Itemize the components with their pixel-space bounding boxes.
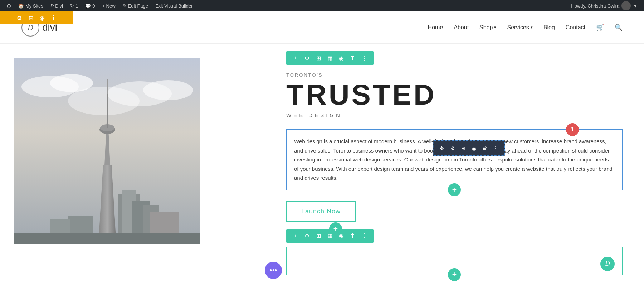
city-image <box>14 58 200 244</box>
module-add-button[interactable]: + <box>291 54 300 62</box>
exit-vb-label: Exit Visual Builder <box>155 3 193 9</box>
comments-icon: 💬 <box>85 3 91 9</box>
module-toggle-button[interactable]: ◉ <box>337 54 346 62</box>
section-delete-button[interactable]: 🗑 <box>49 14 58 22</box>
text-module-add-below[interactable]: + <box>448 183 461 196</box>
admin-bar-right: Howdy, Christina Gwira ▼ <box>571 1 641 10</box>
text-module: 1 Web design is a crucial aspect of mode… <box>286 129 623 190</box>
edit-icon: ✎ <box>123 3 127 9</box>
section-toggle-button[interactable]: ◉ <box>38 14 47 22</box>
hero-sub-heading: WEB DESIGN <box>286 112 623 118</box>
nav-services-label: Services <box>507 24 529 31</box>
hero-sub-label: TORONTO'S <box>286 72 623 78</box>
search-icon[interactable]: 🔍 <box>615 24 623 32</box>
svg-point-5 <box>68 87 140 115</box>
my-sites-menu[interactable]: 🏠 My Sites <box>15 0 47 11</box>
city-skyline-svg <box>14 58 200 244</box>
element-toolbar: ✥ ⚙ ⊞ ◉ 🗑 ⋮ <box>433 140 505 156</box>
nav-item-services[interactable]: Services ▾ <box>507 24 532 31</box>
bottom-more-button[interactable]: ⋮ <box>360 232 369 240</box>
cart-icon[interactable]: 🛒 <box>596 24 604 32</box>
shop-dropdown-arrow: ▾ <box>494 25 496 30</box>
divi-label: Divi <box>55 3 63 9</box>
nav-home-label: Home <box>428 24 443 31</box>
exit-vb-button[interactable]: Exit Visual Builder <box>152 0 196 11</box>
nav-item-blog[interactable]: Blog <box>543 24 555 31</box>
bottom-duplicate-button[interactable]: ⊞ <box>314 232 323 240</box>
my-sites-label: My Sites <box>25 3 43 9</box>
module-layout-button[interactable]: ▦ <box>326 54 334 62</box>
module-toolbar-top: + ⚙ ⊞ ▦ ◉ 🗑 ⋮ <box>286 51 374 65</box>
nav-about-label: About <box>454 24 469 31</box>
svg-rect-19 <box>14 233 200 244</box>
edit-page-button[interactable]: ✎ Edit Page <box>119 0 152 11</box>
element-toggle-button[interactable]: ◉ <box>470 144 478 153</box>
element-more-button[interactable]: ⋮ <box>491 144 500 153</box>
comments-count: 0 <box>92 3 95 9</box>
svg-point-4 <box>143 80 193 100</box>
updates-icon: ↻ <box>70 3 74 9</box>
section-settings-button[interactable]: ⚙ <box>15 14 24 22</box>
wp-logo[interactable]: ⊕ <box>3 0 15 11</box>
right-column: + ⚙ ⊞ ▦ ◉ 🗑 ⋮ TORONTO'S TRUSTED WEB DESI… <box>272 44 644 300</box>
purple-circle-icon: ••• <box>269 266 277 275</box>
nav-blog-label: Blog <box>543 24 555 31</box>
site-header: D divi Home About Shop ▾ Services ▾ Blog <box>0 11 644 44</box>
add-inside-bottom-row[interactable]: + <box>448 268 461 281</box>
divi-menu[interactable]: D Divi <box>47 0 67 11</box>
bottom-section-wrapper: + + ⚙ ⊞ ▦ ◉ 🗑 ⋮ <box>286 229 374 243</box>
section-more-button[interactable]: ⋮ <box>61 14 69 22</box>
element-settings-button[interactable]: ⚙ <box>448 144 457 153</box>
section-duplicate-button[interactable]: ⊞ <box>26 14 35 22</box>
services-dropdown-arrow: ▾ <box>531 25 533 30</box>
new-label: + New <box>102 3 115 9</box>
module-more-button[interactable]: ⋮ <box>360 54 369 62</box>
launch-button[interactable]: Launch Now <box>286 201 356 222</box>
avatar <box>621 1 631 10</box>
badge-value: 1 <box>571 125 574 134</box>
purple-circle-button[interactable]: ••• <box>265 262 282 279</box>
section-add-button[interactable]: + <box>4 14 12 22</box>
update-count: 1 <box>75 3 78 9</box>
element-delete-button[interactable]: 🗑 <box>480 144 489 153</box>
hero-main-heading: TRUSTED <box>286 81 623 109</box>
wp-icon: ⊕ <box>6 3 11 9</box>
new-button[interactable]: + New <box>98 0 119 11</box>
updates-menu[interactable]: ↻ 1 <box>67 0 82 11</box>
admin-bar: ⊕ 🏠 My Sites D Divi ↻ 1 💬 0 + New ✎ Edit… <box>0 0 644 11</box>
left-column <box>0 44 272 300</box>
bottom-row: D + <box>286 247 623 275</box>
nav-item-contact[interactable]: Contact <box>566 24 585 31</box>
nav-shop-label: Shop <box>479 24 493 31</box>
module-settings-button[interactable]: ⚙ <box>303 54 311 62</box>
divi-icon: D <box>50 3 54 9</box>
nav-item-shop[interactable]: Shop ▾ <box>479 24 496 31</box>
howdy-label: Howdy, Christina Gwira <box>571 3 619 9</box>
module-delete-button[interactable]: 🗑 <box>348 54 357 62</box>
bottom-add-button[interactable]: + <box>291 232 300 240</box>
element-duplicate-button[interactable]: ⊞ <box>459 144 468 153</box>
nav-contact-label: Contact <box>566 24 585 31</box>
badge-number: 1 <box>566 123 579 136</box>
divi-circle-small: D <box>600 257 615 271</box>
comments-menu[interactable]: 💬 0 <box>82 0 98 11</box>
my-sites-icon: 🏠 <box>18 3 24 9</box>
add-section-between[interactable]: + <box>329 222 342 235</box>
nav-item-home[interactable]: Home <box>428 24 443 31</box>
site-wrapper: D divi Home About Shop ▾ Services ▾ Blog <box>0 11 644 300</box>
section-toolbar: + ⚙ ⊞ ◉ 🗑 ⋮ <box>0 11 73 24</box>
module-duplicate-button[interactable]: ⊞ <box>314 54 323 62</box>
launch-btn-label: Launch Now <box>301 208 341 215</box>
bottom-delete-button[interactable]: 🗑 <box>348 232 357 240</box>
element-move-button[interactable]: ✥ <box>438 144 446 153</box>
site-nav: Home About Shop ▾ Services ▾ Blog Contac… <box>428 24 623 32</box>
profile-icon: ▼ <box>633 3 638 9</box>
nav-item-about[interactable]: About <box>454 24 469 31</box>
main-content: + ⚙ ⊞ ▦ ◉ 🗑 ⋮ TORONTO'S TRUSTED WEB DESI… <box>0 44 644 300</box>
edit-page-label: Edit Page <box>128 3 148 9</box>
bottom-settings-button[interactable]: ⚙ <box>303 232 311 240</box>
